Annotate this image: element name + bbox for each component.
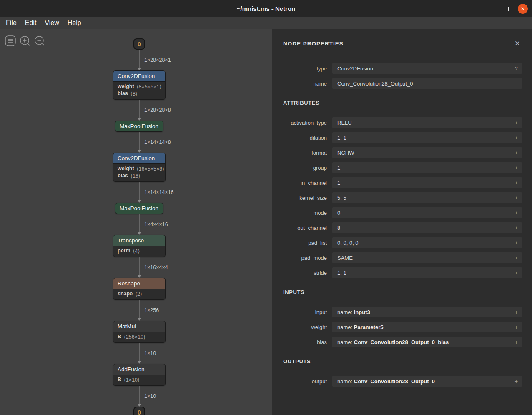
- expand-icon[interactable]: +: [511, 339, 518, 345]
- graph-node-conv2dfusion[interactable]: Conv2DFusionweight⟨16×5×5×8⟩bias⟨16⟩: [113, 153, 166, 182]
- edge-line: [139, 100, 140, 118]
- edge-tensor-shape: 1×28×28×8: [144, 107, 171, 113]
- expand-icon[interactable]: +: [511, 309, 518, 315]
- property-label: in_channel: [283, 180, 332, 186]
- property-value-box[interactable]: 5, 5+: [332, 192, 522, 203]
- expand-icon[interactable]: +: [511, 225, 518, 231]
- node-title: Conv2DFusion: [113, 153, 165, 163]
- graph-node-transpose[interactable]: Transposeperm⟨4⟩: [113, 235, 166, 257]
- property-row-dilation: dilation1, 1+: [283, 132, 522, 143]
- zoom-out-icon[interactable]: [34, 35, 45, 47]
- property-label: stride: [283, 270, 332, 276]
- property-value-box[interactable]: 0+: [332, 207, 522, 218]
- expand-icon[interactable]: +: [511, 180, 518, 186]
- property-row-in_channel: in_channel1+: [283, 177, 522, 188]
- minimize-icon[interactable]: [490, 10, 495, 10]
- property-value-box[interactable]: 1+: [332, 177, 522, 188]
- menu-bar: FileEditViewHelp: [0, 17, 532, 29]
- node-attribute: bias⟨16⟩: [113, 172, 165, 179]
- expand-icon[interactable]: +: [511, 195, 518, 201]
- graph-io-node[interactable]: 0: [133, 407, 145, 415]
- property-value-name: Conv_Convolution28_Output_0: [354, 378, 435, 385]
- node-attributes: perm⟨4⟩: [113, 246, 165, 257]
- edge-tensor-shape: 1×10: [144, 393, 156, 399]
- property-value-box[interactable]: 0, 0, 0, 0+: [332, 237, 522, 248]
- menu-edit[interactable]: Edit: [21, 17, 41, 29]
- property-value: 1: [337, 180, 511, 186]
- graph-node-conv2dfusion[interactable]: Conv2DFusionweight⟨8×5×5×1⟩bias⟨8⟩: [113, 70, 166, 100]
- attribute-shape: ⟨2⟩: [135, 291, 142, 297]
- expand-icon[interactable]: +: [511, 135, 518, 141]
- close-icon[interactable]: ✕: [518, 4, 528, 14]
- node-title: MatMul: [113, 321, 165, 332]
- property-value-box[interactable]: name: Parameter5+: [332, 322, 522, 332]
- property-value-box[interactable]: RELU+: [332, 117, 522, 128]
- edge-tensor-shape: 1×28×28×1: [144, 57, 171, 63]
- graph-edge: 1×14×14×16: [113, 182, 166, 203]
- property-value-box[interactable]: 1, 1+: [332, 132, 522, 143]
- edge-line: [139, 300, 140, 319]
- expand-icon[interactable]: +: [511, 165, 518, 171]
- expand-icon[interactable]: +: [511, 120, 518, 126]
- property-value: name: Parameter5: [337, 324, 511, 330]
- property-value-box[interactable]: NCHW+: [332, 147, 522, 158]
- graph-node-maxpoolfusion[interactable]: MaxPoolFusion: [115, 121, 163, 132]
- help-icon[interactable]: ?: [512, 65, 518, 72]
- property-value-box[interactable]: 1+: [332, 162, 522, 173]
- expand-icon[interactable]: +: [511, 255, 518, 261]
- menu-file[interactable]: File: [2, 17, 21, 29]
- graph-node-addfusion[interactable]: AddFusionB⟨1×10⟩: [113, 364, 166, 386]
- attribute-shape: ⟨1×10⟩: [124, 377, 140, 383]
- zoom-in-icon[interactable]: [19, 35, 31, 47]
- menu-help[interactable]: Help: [63, 17, 85, 29]
- attribute-shape: ⟨8⟩: [130, 91, 138, 97]
- node-attributes: B⟨256×10⟩: [113, 332, 165, 342]
- property-value-box[interactable]: 1, 1+: [332, 267, 522, 278]
- expand-icon[interactable]: +: [511, 150, 518, 156]
- property-value-box[interactable]: Conv_Convolution28_Output_0: [332, 78, 522, 89]
- property-value: 1, 1: [337, 270, 511, 276]
- node-attribute: B⟨1×10⟩: [113, 376, 165, 383]
- property-value-box[interactable]: name: Conv_Convolution28_Output_0+: [332, 376, 522, 387]
- property-value-box[interactable]: Conv2DFusion?: [332, 63, 522, 74]
- expand-icon[interactable]: +: [511, 210, 518, 216]
- property-label: group: [283, 165, 332, 171]
- graph-panel[interactable]: 01×28×28×1Conv2DFusionweight⟨8×5×5×1⟩bia…: [0, 29, 271, 415]
- outputs-section-title: OUTPUTS: [283, 358, 522, 365]
- edge-arrowhead: [138, 200, 141, 203]
- edge-line: [139, 132, 140, 151]
- property-value-box[interactable]: SAME+: [332, 252, 522, 263]
- graph-toolbar: [5, 35, 45, 47]
- property-value-box[interactable]: 8+: [332, 222, 522, 233]
- node-attributes: B⟨1×10⟩: [113, 375, 165, 385]
- graph-node-maxpoolfusion[interactable]: MaxPoolFusion: [115, 203, 163, 214]
- attribute-shape: ⟨256×10⟩: [124, 334, 146, 340]
- edge-tensor-shape: 1×14×14×16: [144, 189, 174, 195]
- graph-node-reshape[interactable]: Reshapeshape⟨2⟩: [113, 278, 166, 300]
- maximize-icon[interactable]: [504, 7, 509, 11]
- property-value-box[interactable]: name: Conv_Convolution28_Output_0_bias+: [332, 337, 522, 347]
- expand-icon[interactable]: +: [511, 270, 518, 276]
- node-properties-sidebar: NODE PROPERTIES ✕ typeConv2DFusion?nameC…: [272, 29, 532, 415]
- property-row-group: group1+: [283, 162, 522, 173]
- property-value: name: Conv_Convolution28_Output_0_bias: [337, 339, 511, 345]
- window-controls: ✕: [490, 0, 528, 17]
- expand-icon[interactable]: +: [511, 378, 518, 385]
- node-attribute: perm⟨4⟩: [113, 247, 165, 254]
- property-label: weight: [283, 324, 332, 330]
- graph-node-matmul[interactable]: MatMulB⟨256×10⟩: [113, 321, 166, 343]
- node-attribute: bias⟨8⟩: [113, 90, 165, 97]
- property-value-box[interactable]: name: Input3+: [332, 307, 522, 317]
- property-label: kernel_size: [283, 195, 332, 201]
- property-row-output: outputname: Conv_Convolution28_Output_0+: [283, 376, 522, 387]
- edge-arrowhead: [138, 232, 141, 235]
- expand-icon[interactable]: +: [511, 240, 518, 246]
- graph-io-node[interactable]: 0: [133, 38, 145, 50]
- menu-icon[interactable]: [5, 35, 16, 47]
- sidebar-close-icon[interactable]: ✕: [513, 39, 522, 48]
- menu-view[interactable]: View: [40, 17, 63, 29]
- attribute-name: shape: [118, 291, 133, 297]
- expand-icon[interactable]: +: [511, 324, 518, 330]
- property-row-bias: biasname: Conv_Convolution28_Output_0_bi…: [283, 337, 522, 347]
- node-attributes: shape⟨2⟩: [113, 289, 165, 299]
